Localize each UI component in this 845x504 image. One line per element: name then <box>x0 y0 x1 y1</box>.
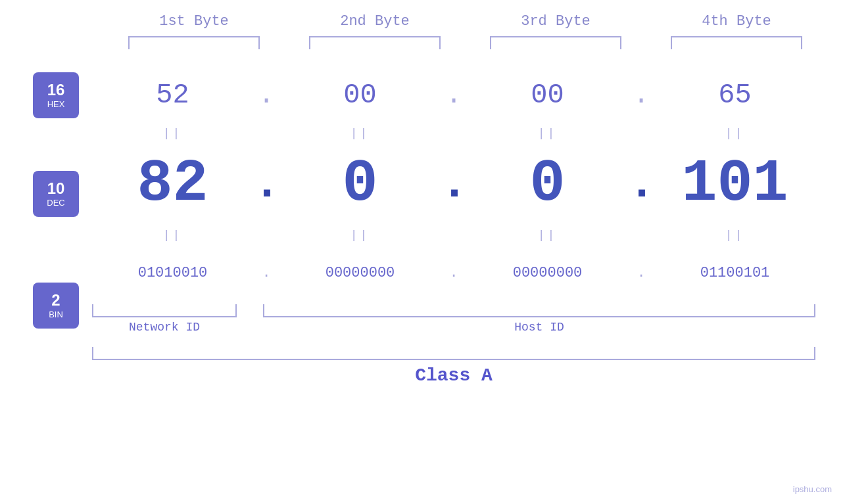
hex-val-1: 52 <box>92 80 253 111</box>
top-bracket-3 <box>490 36 621 49</box>
dec-badge-number: 10 <box>47 180 65 197</box>
class-section: Class A <box>92 347 815 386</box>
watermark: ipshu.com <box>793 484 832 494</box>
host-id-label: Host ID <box>263 321 815 334</box>
bin-sep-2: . <box>441 265 467 281</box>
hex-row: 52 . 00 . 00 . 65 <box>92 69 815 122</box>
host-bracket <box>263 304 815 317</box>
dec-row: 82 . 0 . 0 . 101 <box>92 145 815 223</box>
dpipe-1-3: || <box>467 127 628 140</box>
top-bracket-4 <box>671 36 802 49</box>
top-bracket-2 <box>309 36 441 49</box>
hex-sep-1: . <box>253 80 279 111</box>
host-bracket-container: Host ID <box>263 304 815 334</box>
dec-val-1: 82 <box>92 150 253 218</box>
hex-val-3: 00 <box>467 80 628 111</box>
dpipe-2-1: || <box>92 229 253 242</box>
class-label: Class A <box>92 365 815 386</box>
network-id-label: Network ID <box>92 321 237 334</box>
data-columns: 52 . 00 . 00 . 65 || || || || 82 <box>92 69 845 386</box>
double-pipe-row-1: || || || || <box>92 122 815 145</box>
dpipe-1-1: || <box>92 127 253 140</box>
top-bracket-1 <box>128 36 260 49</box>
dpipe-1-4: || <box>654 127 815 140</box>
hex-sep-3: . <box>628 80 654 111</box>
content-area: 16 HEX 10 DEC 2 BIN <box>0 69 845 386</box>
top-brackets <box>104 36 827 49</box>
dpipe-2-2: || <box>279 229 441 242</box>
bin-sep-3: . <box>628 265 654 281</box>
byte-header-3: 3rd Byte <box>483 13 628 30</box>
hex-sep-2: . <box>441 80 467 111</box>
dec-val-2: 0 <box>279 150 441 218</box>
class-bracket <box>92 347 815 360</box>
dpipe-1-2: || <box>279 127 441 140</box>
bin-badge-number: 2 <box>51 292 60 309</box>
hex-badge-number: 16 <box>47 81 65 99</box>
dec-badge: 10 DEC <box>33 171 79 217</box>
byte-headers: 1st Byte 2nd Byte 3rd Byte 4th Byte <box>104 13 827 30</box>
dec-sep-2: . <box>441 158 467 210</box>
hex-badge-label: HEX <box>47 99 65 109</box>
dec-sep-1: . <box>253 158 279 210</box>
dec-sep-3: . <box>628 158 654 210</box>
bin-row: 01010010 . 00000000 . 00000000 . 0110010… <box>92 246 815 299</box>
byte-header-1: 1st Byte <box>122 13 266 30</box>
bin-val-3: 00000000 <box>467 265 628 281</box>
badges-column: 16 HEX 10 DEC 2 BIN <box>0 69 92 386</box>
main-container: 1st Byte 2nd Byte 3rd Byte 4th Byte 16 H… <box>0 0 845 504</box>
dec-val-3: 0 <box>467 150 628 218</box>
dec-val-4: 101 <box>654 150 815 218</box>
bin-val-1: 01010010 <box>92 265 253 281</box>
hex-val-2: 00 <box>279 80 441 111</box>
dpipe-2-4: || <box>654 229 815 242</box>
bin-val-4: 01100101 <box>654 265 815 281</box>
network-bracket-container: Network ID <box>92 304 237 334</box>
network-bracket <box>92 304 237 317</box>
bottom-brackets-row: Network ID Host ID <box>92 304 815 334</box>
hex-badge: 16 HEX <box>33 72 79 118</box>
hex-val-4: 65 <box>654 80 815 111</box>
bin-sep-1: . <box>253 265 279 281</box>
bin-badge: 2 BIN <box>33 283 79 329</box>
bin-badge-label: BIN <box>49 309 63 319</box>
double-pipe-row-2: || || || || <box>92 223 815 246</box>
bin-val-2: 00000000 <box>279 265 441 281</box>
dpipe-2-3: || <box>467 229 628 242</box>
dec-badge-label: DEC <box>47 198 64 208</box>
byte-header-4: 4th Byte <box>664 13 809 30</box>
byte-header-2: 2nd Byte <box>302 13 447 30</box>
